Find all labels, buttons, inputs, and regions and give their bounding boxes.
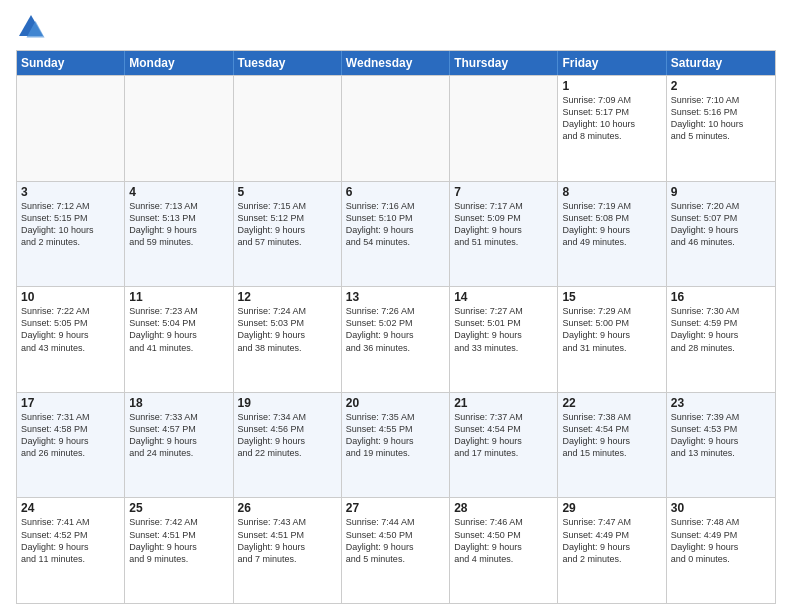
day-number: 20 [346, 396, 445, 410]
day-info: Sunrise: 7:12 AM Sunset: 5:15 PM Dayligh… [21, 200, 120, 249]
cal-week: 17Sunrise: 7:31 AM Sunset: 4:58 PM Dayli… [17, 392, 775, 498]
day-number: 22 [562, 396, 661, 410]
cal-cell: 7Sunrise: 7:17 AM Sunset: 5:09 PM Daylig… [450, 182, 558, 287]
calendar-body: 1Sunrise: 7:09 AM Sunset: 5:17 PM Daylig… [17, 75, 775, 603]
cal-cell: 27Sunrise: 7:44 AM Sunset: 4:50 PM Dayli… [342, 498, 450, 603]
cal-cell: 20Sunrise: 7:35 AM Sunset: 4:55 PM Dayli… [342, 393, 450, 498]
cal-cell: 24Sunrise: 7:41 AM Sunset: 4:52 PM Dayli… [17, 498, 125, 603]
cal-header-cell: Monday [125, 51, 233, 75]
day-info: Sunrise: 7:34 AM Sunset: 4:56 PM Dayligh… [238, 411, 337, 460]
day-number: 13 [346, 290, 445, 304]
cal-cell: 13Sunrise: 7:26 AM Sunset: 5:02 PM Dayli… [342, 287, 450, 392]
cal-cell: 17Sunrise: 7:31 AM Sunset: 4:58 PM Dayli… [17, 393, 125, 498]
day-number: 6 [346, 185, 445, 199]
day-info: Sunrise: 7:46 AM Sunset: 4:50 PM Dayligh… [454, 516, 553, 565]
cal-cell: 5Sunrise: 7:15 AM Sunset: 5:12 PM Daylig… [234, 182, 342, 287]
day-info: Sunrise: 7:24 AM Sunset: 5:03 PM Dayligh… [238, 305, 337, 354]
day-number: 17 [21, 396, 120, 410]
cal-cell: 3Sunrise: 7:12 AM Sunset: 5:15 PM Daylig… [17, 182, 125, 287]
day-number: 9 [671, 185, 771, 199]
day-number: 30 [671, 501, 771, 515]
day-number: 2 [671, 79, 771, 93]
cal-cell [450, 76, 558, 181]
cal-cell: 4Sunrise: 7:13 AM Sunset: 5:13 PM Daylig… [125, 182, 233, 287]
cal-header-cell: Wednesday [342, 51, 450, 75]
day-info: Sunrise: 7:10 AM Sunset: 5:16 PM Dayligh… [671, 94, 771, 143]
day-number: 29 [562, 501, 661, 515]
day-number: 7 [454, 185, 553, 199]
day-number: 15 [562, 290, 661, 304]
day-info: Sunrise: 7:17 AM Sunset: 5:09 PM Dayligh… [454, 200, 553, 249]
cal-header-cell: Saturday [667, 51, 775, 75]
logo [16, 12, 50, 42]
cal-cell [342, 76, 450, 181]
cal-cell: 28Sunrise: 7:46 AM Sunset: 4:50 PM Dayli… [450, 498, 558, 603]
page: SundayMondayTuesdayWednesdayThursdayFrid… [0, 0, 792, 612]
day-number: 25 [129, 501, 228, 515]
cal-cell: 2Sunrise: 7:10 AM Sunset: 5:16 PM Daylig… [667, 76, 775, 181]
cal-cell: 22Sunrise: 7:38 AM Sunset: 4:54 PM Dayli… [558, 393, 666, 498]
cal-cell: 8Sunrise: 7:19 AM Sunset: 5:08 PM Daylig… [558, 182, 666, 287]
day-number: 4 [129, 185, 228, 199]
day-number: 3 [21, 185, 120, 199]
day-number: 5 [238, 185, 337, 199]
day-info: Sunrise: 7:48 AM Sunset: 4:49 PM Dayligh… [671, 516, 771, 565]
day-number: 10 [21, 290, 120, 304]
cal-cell [234, 76, 342, 181]
cal-cell [17, 76, 125, 181]
day-number: 28 [454, 501, 553, 515]
day-info: Sunrise: 7:31 AM Sunset: 4:58 PM Dayligh… [21, 411, 120, 460]
day-info: Sunrise: 7:37 AM Sunset: 4:54 PM Dayligh… [454, 411, 553, 460]
calendar-header: SundayMondayTuesdayWednesdayThursdayFrid… [17, 51, 775, 75]
day-info: Sunrise: 7:43 AM Sunset: 4:51 PM Dayligh… [238, 516, 337, 565]
day-number: 11 [129, 290, 228, 304]
day-number: 18 [129, 396, 228, 410]
cal-cell: 15Sunrise: 7:29 AM Sunset: 5:00 PM Dayli… [558, 287, 666, 392]
day-info: Sunrise: 7:13 AM Sunset: 5:13 PM Dayligh… [129, 200, 228, 249]
cal-week: 24Sunrise: 7:41 AM Sunset: 4:52 PM Dayli… [17, 497, 775, 603]
day-number: 26 [238, 501, 337, 515]
cal-cell: 29Sunrise: 7:47 AM Sunset: 4:49 PM Dayli… [558, 498, 666, 603]
calendar: SundayMondayTuesdayWednesdayThursdayFrid… [16, 50, 776, 604]
day-info: Sunrise: 7:41 AM Sunset: 4:52 PM Dayligh… [21, 516, 120, 565]
cal-cell [125, 76, 233, 181]
day-info: Sunrise: 7:38 AM Sunset: 4:54 PM Dayligh… [562, 411, 661, 460]
day-info: Sunrise: 7:22 AM Sunset: 5:05 PM Dayligh… [21, 305, 120, 354]
cal-week: 3Sunrise: 7:12 AM Sunset: 5:15 PM Daylig… [17, 181, 775, 287]
day-number: 14 [454, 290, 553, 304]
cal-cell: 1Sunrise: 7:09 AM Sunset: 5:17 PM Daylig… [558, 76, 666, 181]
day-number: 8 [562, 185, 661, 199]
day-info: Sunrise: 7:47 AM Sunset: 4:49 PM Dayligh… [562, 516, 661, 565]
day-info: Sunrise: 7:09 AM Sunset: 5:17 PM Dayligh… [562, 94, 661, 143]
day-number: 12 [238, 290, 337, 304]
cal-cell: 18Sunrise: 7:33 AM Sunset: 4:57 PM Dayli… [125, 393, 233, 498]
day-number: 27 [346, 501, 445, 515]
cal-cell: 6Sunrise: 7:16 AM Sunset: 5:10 PM Daylig… [342, 182, 450, 287]
cal-cell: 14Sunrise: 7:27 AM Sunset: 5:01 PM Dayli… [450, 287, 558, 392]
day-info: Sunrise: 7:19 AM Sunset: 5:08 PM Dayligh… [562, 200, 661, 249]
day-info: Sunrise: 7:26 AM Sunset: 5:02 PM Dayligh… [346, 305, 445, 354]
cal-header-cell: Tuesday [234, 51, 342, 75]
cal-cell: 12Sunrise: 7:24 AM Sunset: 5:03 PM Dayli… [234, 287, 342, 392]
day-info: Sunrise: 7:15 AM Sunset: 5:12 PM Dayligh… [238, 200, 337, 249]
cal-cell: 30Sunrise: 7:48 AM Sunset: 4:49 PM Dayli… [667, 498, 775, 603]
cal-cell: 19Sunrise: 7:34 AM Sunset: 4:56 PM Dayli… [234, 393, 342, 498]
day-number: 19 [238, 396, 337, 410]
day-number: 16 [671, 290, 771, 304]
cal-cell: 11Sunrise: 7:23 AM Sunset: 5:04 PM Dayli… [125, 287, 233, 392]
day-number: 24 [21, 501, 120, 515]
cal-cell: 10Sunrise: 7:22 AM Sunset: 5:05 PM Dayli… [17, 287, 125, 392]
day-info: Sunrise: 7:20 AM Sunset: 5:07 PM Dayligh… [671, 200, 771, 249]
cal-cell: 25Sunrise: 7:42 AM Sunset: 4:51 PM Dayli… [125, 498, 233, 603]
cal-week: 10Sunrise: 7:22 AM Sunset: 5:05 PM Dayli… [17, 286, 775, 392]
day-info: Sunrise: 7:23 AM Sunset: 5:04 PM Dayligh… [129, 305, 228, 354]
day-number: 21 [454, 396, 553, 410]
logo-icon [16, 12, 46, 42]
cal-cell: 23Sunrise: 7:39 AM Sunset: 4:53 PM Dayli… [667, 393, 775, 498]
cal-header-cell: Friday [558, 51, 666, 75]
day-info: Sunrise: 7:29 AM Sunset: 5:00 PM Dayligh… [562, 305, 661, 354]
day-info: Sunrise: 7:35 AM Sunset: 4:55 PM Dayligh… [346, 411, 445, 460]
day-info: Sunrise: 7:16 AM Sunset: 5:10 PM Dayligh… [346, 200, 445, 249]
cal-cell: 16Sunrise: 7:30 AM Sunset: 4:59 PM Dayli… [667, 287, 775, 392]
header [16, 12, 776, 42]
